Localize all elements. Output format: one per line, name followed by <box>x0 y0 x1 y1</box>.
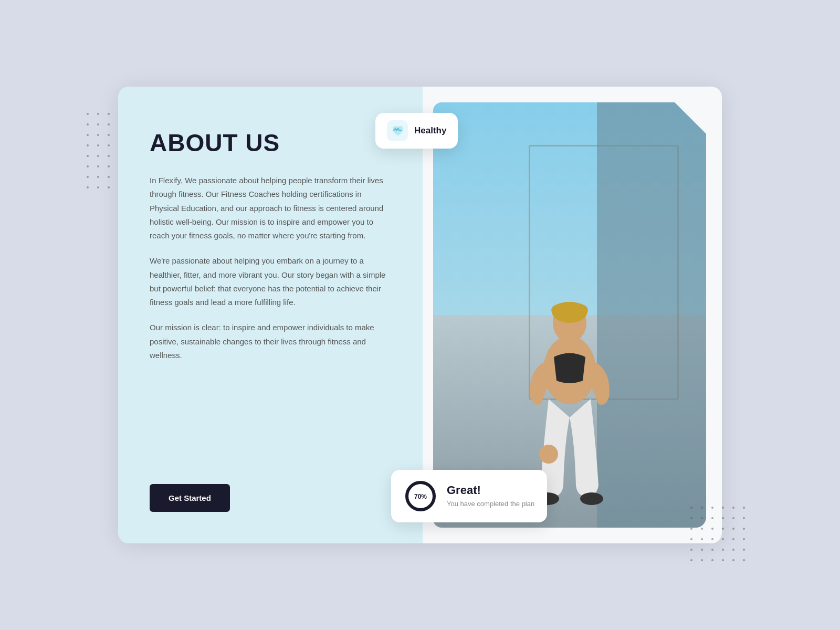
dot <box>732 507 734 509</box>
dot <box>701 528 703 530</box>
dot <box>732 517 734 519</box>
circle-progress: 70% <box>404 479 437 513</box>
dot <box>97 134 99 136</box>
dot <box>87 186 89 188</box>
cta-area: Get Started <box>150 474 391 512</box>
healthy-badge: Healthy <box>375 113 458 149</box>
dot <box>701 517 703 519</box>
paragraph-1: In Flexify, We passionate about helping … <box>150 174 391 243</box>
about-title: ABOUT US <box>150 129 391 157</box>
dot <box>108 155 110 157</box>
heart-icon-wrapper <box>387 120 408 141</box>
healthy-label: Healthy <box>414 125 446 136</box>
dot <box>108 134 110 136</box>
dot <box>722 549 724 551</box>
dot <box>722 559 724 561</box>
dot <box>87 176 89 178</box>
dot <box>108 176 110 178</box>
dot <box>97 123 99 125</box>
dot <box>87 123 89 125</box>
dot <box>108 186 110 188</box>
dot <box>97 165 99 167</box>
paragraph-2: We're passionate about helping you embar… <box>150 254 391 309</box>
dot <box>711 559 713 561</box>
dot <box>743 528 745 530</box>
dot <box>711 538 713 540</box>
dot <box>87 113 89 115</box>
dot <box>743 538 745 540</box>
dot <box>701 559 703 561</box>
dot <box>722 517 724 519</box>
dot <box>97 176 99 178</box>
dot <box>743 549 745 551</box>
dot-pattern-right <box>690 507 748 564</box>
dot <box>743 559 745 561</box>
dot <box>743 517 745 519</box>
fitness-image-bg <box>433 102 706 528</box>
dot <box>732 538 734 540</box>
completed-label: You have completed the plan <box>447 499 534 509</box>
dot <box>722 528 724 530</box>
dot <box>97 155 99 157</box>
dot <box>87 134 89 136</box>
great-label: Great! <box>447 484 534 497</box>
dot <box>701 538 703 540</box>
dot <box>97 144 99 146</box>
progress-text-area: Great! You have completed the plan <box>447 484 534 509</box>
dot <box>108 165 110 167</box>
heart-pulse-icon <box>391 124 404 137</box>
dot <box>701 549 703 551</box>
get-started-button[interactable]: Get Started <box>150 484 230 512</box>
dot <box>732 549 734 551</box>
dot <box>97 113 99 115</box>
dot <box>97 186 99 188</box>
svg-point-5 <box>580 492 603 505</box>
dot <box>711 549 713 551</box>
dot <box>711 517 713 519</box>
dot <box>87 144 89 146</box>
dot <box>690 528 692 530</box>
about-us-card: ABOUT US In Flexify, We passionate about… <box>118 87 722 543</box>
content-area: ABOUT US In Flexify, We passionate about… <box>150 129 391 374</box>
dot <box>108 123 110 125</box>
dot <box>108 144 110 146</box>
svg-rect-3 <box>563 341 576 351</box>
dot <box>711 507 713 509</box>
dot <box>722 507 724 509</box>
dot <box>711 528 713 530</box>
dot <box>701 507 703 509</box>
right-panel-inner <box>433 102 706 528</box>
dot <box>690 549 692 551</box>
dot <box>690 507 692 509</box>
dot <box>722 538 724 540</box>
dot <box>690 517 692 519</box>
dot <box>87 155 89 157</box>
dot <box>108 113 110 115</box>
dot <box>743 507 745 509</box>
left-panel: ABOUT US In Flexify, We passionate about… <box>118 87 423 543</box>
right-panel: Healthy 70% Great! You have completed th… <box>423 87 722 543</box>
percentage-text: 70% <box>414 493 427 500</box>
paragraph-3: Our mission is clear: to inspire and emp… <box>150 321 391 362</box>
svg-point-6 <box>539 445 558 464</box>
dot <box>732 559 734 561</box>
dot <box>690 538 692 540</box>
progress-badge: 70% Great! You have completed the plan <box>391 470 547 522</box>
dot <box>690 559 692 561</box>
dot <box>87 165 89 167</box>
dot <box>732 528 734 530</box>
